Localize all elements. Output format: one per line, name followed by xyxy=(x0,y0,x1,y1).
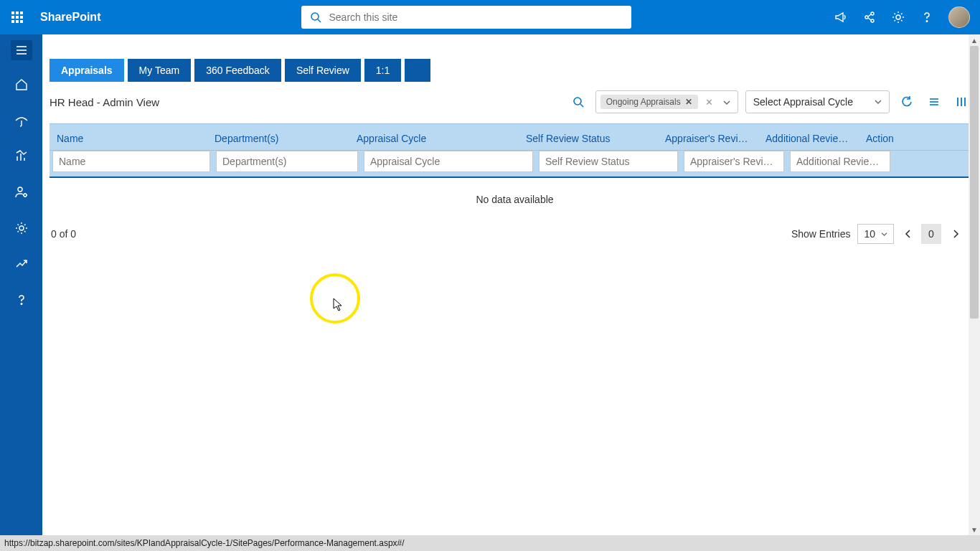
status-bar: https://bitzap.sharepoint.com/sites/KPIa… xyxy=(0,535,980,551)
svg-line-21 xyxy=(580,104,583,107)
tab-appraisals[interactable]: Appraisals xyxy=(50,59,124,82)
filter-additional-input[interactable] xyxy=(790,151,890,172)
settings-icon[interactable] xyxy=(891,10,905,24)
share-icon[interactable] xyxy=(862,10,877,24)
svg-point-7 xyxy=(896,15,900,19)
svg-point-16 xyxy=(18,187,22,192)
table: Name Department(s) Appraisal Cycle Self … xyxy=(42,123,980,221)
filter-department-input[interactable] xyxy=(216,151,358,172)
list-icon[interactable] xyxy=(924,92,944,112)
help-icon[interactable] xyxy=(920,10,934,24)
toolbar: HR Head - Admin View Ongoing Appraisals … xyxy=(42,90,980,113)
th-department[interactable]: Department(s) xyxy=(207,124,349,150)
th-action: Action xyxy=(859,124,930,150)
sidebar-hamburger-button[interactable] xyxy=(11,40,32,60)
table-header-row: Name Department(s) Appraisal Cycle Self … xyxy=(50,123,980,151)
th-additional[interactable]: Additional Revie… xyxy=(758,124,859,150)
suite-header: SharePoint xyxy=(0,0,980,34)
chip-remove-icon[interactable]: ✕ xyxy=(685,97,692,107)
body: Appraisals My Team 360 Feedback Self Rev… xyxy=(0,34,980,535)
status-url: https://bitzap.sharepoint.com/sites/KPIa… xyxy=(4,538,405,548)
tab-my-team[interactable]: My Team xyxy=(128,59,192,82)
tab-empty[interactable] xyxy=(405,59,430,82)
show-entries-label: Show Entries xyxy=(791,228,850,240)
toolbar-search-icon[interactable] xyxy=(568,92,588,112)
svg-point-20 xyxy=(574,98,581,105)
module-tabs: Appraisals My Team 360 Feedback Self Rev… xyxy=(50,59,980,82)
tab-360-feedback[interactable]: 360 Feedback xyxy=(194,59,281,82)
left-sidebar xyxy=(0,34,42,535)
sidebar-trend-icon[interactable] xyxy=(7,253,36,276)
search-box[interactable] xyxy=(301,6,631,29)
brand-label[interactable]: SharePoint xyxy=(40,11,100,24)
search-input[interactable] xyxy=(329,11,623,23)
th-name[interactable]: Name xyxy=(50,124,207,150)
scrollbar-thumb[interactable] xyxy=(970,46,979,319)
search-icon xyxy=(310,11,321,23)
cycle-select-label: Select Appraisal Cycle xyxy=(753,96,853,108)
sidebar-help-icon[interactable] xyxy=(7,288,36,311)
refresh-icon[interactable] xyxy=(897,92,917,112)
svg-point-19 xyxy=(21,303,22,305)
sidebar-home-icon[interactable] xyxy=(7,73,36,96)
sidebar-user-gear-icon[interactable] xyxy=(7,181,36,204)
filter-chip-box[interactable]: Ongoing Appraisals ✕ ✕ xyxy=(595,90,738,113)
svg-point-2 xyxy=(865,16,868,19)
svg-point-0 xyxy=(311,13,319,20)
filter-chip-label: Ongoing Appraisals xyxy=(606,97,681,107)
filter-name-input[interactable] xyxy=(52,151,210,172)
sidebar-umbrella-icon[interactable] xyxy=(7,109,36,132)
table-empty-text: No data available xyxy=(50,178,980,221)
svg-line-6 xyxy=(868,18,871,20)
scroll-down-icon[interactable]: ▼ xyxy=(969,524,980,535)
highlight-ring xyxy=(310,273,360,324)
svg-line-5 xyxy=(868,14,871,17)
svg-line-1 xyxy=(318,19,321,22)
user-avatar[interactable] xyxy=(948,6,970,28)
svg-point-8 xyxy=(926,21,928,22)
page-title: HR Head - Admin View xyxy=(50,96,159,108)
chip-clear-all-icon[interactable]: ✕ xyxy=(702,97,716,108)
filter-self-input[interactable] xyxy=(539,151,678,172)
chevron-down-icon xyxy=(881,232,887,237)
page-size-select[interactable]: 10 xyxy=(857,224,894,244)
header-actions xyxy=(834,6,980,28)
pager-current-page: 0 xyxy=(921,224,941,244)
sidebar-gear-icon[interactable] xyxy=(7,217,36,240)
cursor-icon xyxy=(333,298,344,312)
sidebar-chart-icon[interactable] xyxy=(7,145,36,168)
filter-appraiser-input[interactable] xyxy=(684,151,784,172)
tab-one-on-one[interactable]: 1:1 xyxy=(364,59,401,82)
svg-point-17 xyxy=(24,194,27,197)
filter-chip-ongoing: Ongoing Appraisals ✕ xyxy=(600,95,698,109)
chip-caret-icon[interactable] xyxy=(720,95,733,108)
filter-cycle-input[interactable] xyxy=(364,151,533,172)
pager: 0 of 0 Show Entries 10 0 xyxy=(42,221,980,244)
table-filter-row xyxy=(50,151,980,178)
svg-point-4 xyxy=(871,19,874,22)
th-self-review[interactable]: Self Review Status xyxy=(519,124,658,150)
pager-range: 0 of 0 xyxy=(51,228,76,240)
page-size-value: 10 xyxy=(864,228,875,240)
th-cycle[interactable]: Appraisal Cycle xyxy=(349,124,519,150)
megaphone-icon[interactable] xyxy=(834,10,848,24)
th-appraiser[interactable]: Appraiser's Revie… xyxy=(658,124,758,150)
pager-prev-button[interactable] xyxy=(898,224,918,244)
filter-action-blank xyxy=(896,151,968,172)
pager-next-button[interactable] xyxy=(946,224,966,244)
svg-point-3 xyxy=(871,12,874,15)
cycle-select[interactable]: Select Appraisal Cycle xyxy=(745,90,890,113)
svg-point-18 xyxy=(19,226,24,230)
chevron-down-icon xyxy=(875,99,882,105)
main-content: Appraisals My Team 360 Feedback Self Rev… xyxy=(42,34,980,535)
waffle-icon xyxy=(11,11,23,23)
app-launcher-button[interactable] xyxy=(0,0,34,34)
vertical-scrollbar[interactable]: ▲ ▼ xyxy=(969,34,980,535)
tab-self-review[interactable]: Self Review xyxy=(285,59,361,82)
scroll-up-icon[interactable]: ▲ xyxy=(969,34,980,46)
